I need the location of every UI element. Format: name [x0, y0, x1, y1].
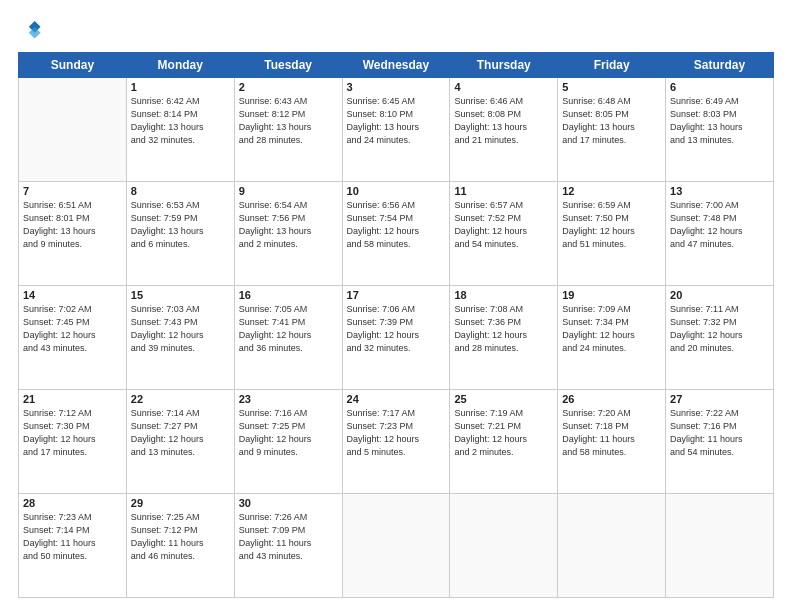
day-info: Sunrise: 7:12 AM Sunset: 7:30 PM Dayligh…: [23, 407, 122, 459]
calendar-cell: [19, 78, 127, 182]
calendar-week-row: 14Sunrise: 7:02 AM Sunset: 7:45 PM Dayli…: [19, 286, 774, 390]
weekday-header-tuesday: Tuesday: [234, 53, 342, 78]
calendar-cell: 19Sunrise: 7:09 AM Sunset: 7:34 PM Dayli…: [558, 286, 666, 390]
weekday-header-monday: Monday: [126, 53, 234, 78]
day-number: 23: [239, 393, 338, 405]
day-info: Sunrise: 7:26 AM Sunset: 7:09 PM Dayligh…: [239, 511, 338, 563]
day-info: Sunrise: 7:11 AM Sunset: 7:32 PM Dayligh…: [670, 303, 769, 355]
day-number: 17: [347, 289, 446, 301]
calendar-cell: 7Sunrise: 6:51 AM Sunset: 8:01 PM Daylig…: [19, 182, 127, 286]
calendar-cell: 4Sunrise: 6:46 AM Sunset: 8:08 PM Daylig…: [450, 78, 558, 182]
day-info: Sunrise: 7:20 AM Sunset: 7:18 PM Dayligh…: [562, 407, 661, 459]
day-number: 12: [562, 185, 661, 197]
day-info: Sunrise: 6:48 AM Sunset: 8:05 PM Dayligh…: [562, 95, 661, 147]
calendar-table: SundayMondayTuesdayWednesdayThursdayFrid…: [18, 52, 774, 598]
logo-icon: [20, 18, 42, 40]
day-info: Sunrise: 6:45 AM Sunset: 8:10 PM Dayligh…: [347, 95, 446, 147]
calendar-cell: 9Sunrise: 6:54 AM Sunset: 7:56 PM Daylig…: [234, 182, 342, 286]
calendar-cell: 30Sunrise: 7:26 AM Sunset: 7:09 PM Dayli…: [234, 494, 342, 598]
weekday-header-sunday: Sunday: [19, 53, 127, 78]
day-number: 26: [562, 393, 661, 405]
day-number: 9: [239, 185, 338, 197]
day-number: 7: [23, 185, 122, 197]
day-info: Sunrise: 7:22 AM Sunset: 7:16 PM Dayligh…: [670, 407, 769, 459]
day-number: 8: [131, 185, 230, 197]
calendar-cell: [666, 494, 774, 598]
weekday-header-saturday: Saturday: [666, 53, 774, 78]
calendar-cell: [450, 494, 558, 598]
calendar-week-row: 21Sunrise: 7:12 AM Sunset: 7:30 PM Dayli…: [19, 390, 774, 494]
day-number: 20: [670, 289, 769, 301]
day-number: 15: [131, 289, 230, 301]
calendar-cell: 1Sunrise: 6:42 AM Sunset: 8:14 PM Daylig…: [126, 78, 234, 182]
calendar-cell: 8Sunrise: 6:53 AM Sunset: 7:59 PM Daylig…: [126, 182, 234, 286]
calendar-cell: [558, 494, 666, 598]
calendar-cell: 2Sunrise: 6:43 AM Sunset: 8:12 PM Daylig…: [234, 78, 342, 182]
day-info: Sunrise: 6:43 AM Sunset: 8:12 PM Dayligh…: [239, 95, 338, 147]
day-info: Sunrise: 6:46 AM Sunset: 8:08 PM Dayligh…: [454, 95, 553, 147]
day-number: 11: [454, 185, 553, 197]
logo: [18, 18, 44, 44]
calendar-cell: 15Sunrise: 7:03 AM Sunset: 7:43 PM Dayli…: [126, 286, 234, 390]
day-number: 14: [23, 289, 122, 301]
page: SundayMondayTuesdayWednesdayThursdayFrid…: [0, 0, 792, 612]
day-number: 16: [239, 289, 338, 301]
day-number: 24: [347, 393, 446, 405]
weekday-header-row: SundayMondayTuesdayWednesdayThursdayFrid…: [19, 53, 774, 78]
day-number: 6: [670, 81, 769, 93]
calendar-cell: 12Sunrise: 6:59 AM Sunset: 7:50 PM Dayli…: [558, 182, 666, 286]
calendar-week-row: 7Sunrise: 6:51 AM Sunset: 8:01 PM Daylig…: [19, 182, 774, 286]
weekday-header-wednesday: Wednesday: [342, 53, 450, 78]
day-number: 27: [670, 393, 769, 405]
calendar-cell: [342, 494, 450, 598]
day-info: Sunrise: 7:00 AM Sunset: 7:48 PM Dayligh…: [670, 199, 769, 251]
day-number: 29: [131, 497, 230, 509]
calendar-cell: 10Sunrise: 6:56 AM Sunset: 7:54 PM Dayli…: [342, 182, 450, 286]
day-info: Sunrise: 6:51 AM Sunset: 8:01 PM Dayligh…: [23, 199, 122, 251]
calendar-cell: 29Sunrise: 7:25 AM Sunset: 7:12 PM Dayli…: [126, 494, 234, 598]
day-number: 1: [131, 81, 230, 93]
calendar-cell: 21Sunrise: 7:12 AM Sunset: 7:30 PM Dayli…: [19, 390, 127, 494]
day-info: Sunrise: 6:53 AM Sunset: 7:59 PM Dayligh…: [131, 199, 230, 251]
calendar-cell: 20Sunrise: 7:11 AM Sunset: 7:32 PM Dayli…: [666, 286, 774, 390]
day-number: 4: [454, 81, 553, 93]
header: [18, 18, 774, 44]
calendar-cell: 28Sunrise: 7:23 AM Sunset: 7:14 PM Dayli…: [19, 494, 127, 598]
calendar-cell: 18Sunrise: 7:08 AM Sunset: 7:36 PM Dayli…: [450, 286, 558, 390]
calendar-cell: 16Sunrise: 7:05 AM Sunset: 7:41 PM Dayli…: [234, 286, 342, 390]
calendar-cell: 23Sunrise: 7:16 AM Sunset: 7:25 PM Dayli…: [234, 390, 342, 494]
day-info: Sunrise: 6:42 AM Sunset: 8:14 PM Dayligh…: [131, 95, 230, 147]
day-info: Sunrise: 7:14 AM Sunset: 7:27 PM Dayligh…: [131, 407, 230, 459]
day-info: Sunrise: 7:03 AM Sunset: 7:43 PM Dayligh…: [131, 303, 230, 355]
day-info: Sunrise: 6:54 AM Sunset: 7:56 PM Dayligh…: [239, 199, 338, 251]
calendar-cell: 17Sunrise: 7:06 AM Sunset: 7:39 PM Dayli…: [342, 286, 450, 390]
calendar-cell: 24Sunrise: 7:17 AM Sunset: 7:23 PM Dayli…: [342, 390, 450, 494]
calendar-cell: 27Sunrise: 7:22 AM Sunset: 7:16 PM Dayli…: [666, 390, 774, 494]
day-info: Sunrise: 7:16 AM Sunset: 7:25 PM Dayligh…: [239, 407, 338, 459]
weekday-header-thursday: Thursday: [450, 53, 558, 78]
day-info: Sunrise: 7:05 AM Sunset: 7:41 PM Dayligh…: [239, 303, 338, 355]
day-number: 2: [239, 81, 338, 93]
day-info: Sunrise: 7:02 AM Sunset: 7:45 PM Dayligh…: [23, 303, 122, 355]
day-number: 18: [454, 289, 553, 301]
calendar-cell: 13Sunrise: 7:00 AM Sunset: 7:48 PM Dayli…: [666, 182, 774, 286]
day-info: Sunrise: 6:59 AM Sunset: 7:50 PM Dayligh…: [562, 199, 661, 251]
calendar-cell: 14Sunrise: 7:02 AM Sunset: 7:45 PM Dayli…: [19, 286, 127, 390]
day-number: 30: [239, 497, 338, 509]
calendar-cell: 6Sunrise: 6:49 AM Sunset: 8:03 PM Daylig…: [666, 78, 774, 182]
day-info: Sunrise: 6:56 AM Sunset: 7:54 PM Dayligh…: [347, 199, 446, 251]
day-number: 25: [454, 393, 553, 405]
day-number: 21: [23, 393, 122, 405]
day-number: 28: [23, 497, 122, 509]
calendar-cell: 11Sunrise: 6:57 AM Sunset: 7:52 PM Dayli…: [450, 182, 558, 286]
day-number: 19: [562, 289, 661, 301]
day-info: Sunrise: 7:08 AM Sunset: 7:36 PM Dayligh…: [454, 303, 553, 355]
day-info: Sunrise: 7:19 AM Sunset: 7:21 PM Dayligh…: [454, 407, 553, 459]
calendar-cell: 22Sunrise: 7:14 AM Sunset: 7:27 PM Dayli…: [126, 390, 234, 494]
calendar-cell: 25Sunrise: 7:19 AM Sunset: 7:21 PM Dayli…: [450, 390, 558, 494]
calendar-week-row: 1Sunrise: 6:42 AM Sunset: 8:14 PM Daylig…: [19, 78, 774, 182]
calendar-week-row: 28Sunrise: 7:23 AM Sunset: 7:14 PM Dayli…: [19, 494, 774, 598]
day-info: Sunrise: 6:49 AM Sunset: 8:03 PM Dayligh…: [670, 95, 769, 147]
calendar-cell: 3Sunrise: 6:45 AM Sunset: 8:10 PM Daylig…: [342, 78, 450, 182]
day-number: 22: [131, 393, 230, 405]
